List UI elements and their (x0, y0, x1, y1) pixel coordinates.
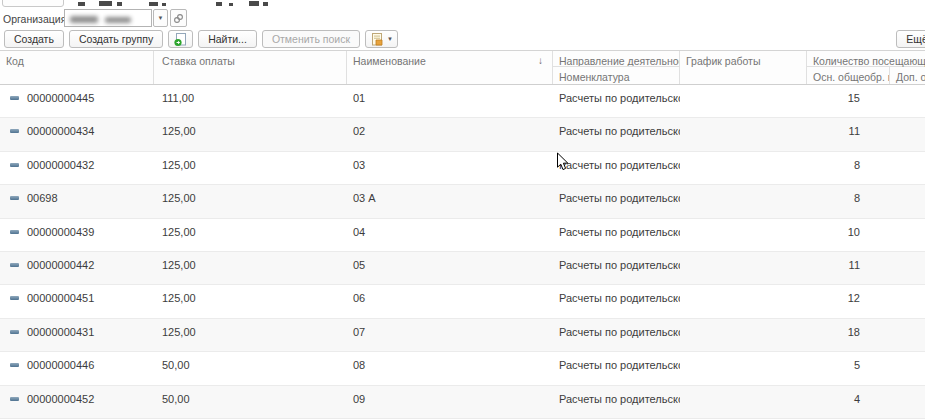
mouse-cursor (556, 152, 569, 172)
cell-code: 00000000452 (0, 386, 154, 418)
item-dash-icon (10, 129, 19, 133)
cell-extra (890, 152, 925, 184)
cell-main: 15 (807, 85, 890, 117)
table-row[interactable]: 00000000451125,0006Расчеты по родительск… (0, 285, 925, 318)
item-dash-icon (10, 96, 19, 100)
cell-schedule (680, 185, 807, 217)
column-header-name[interactable]: Наименование ↓ (347, 51, 553, 84)
column-header-direction[interactable]: Направление деятельности (553, 51, 680, 67)
cell-main: 4 (807, 386, 890, 418)
cell-extra (890, 319, 925, 351)
create-group-button[interactable]: Создать группу (69, 30, 163, 48)
column-header-nomenclature[interactable]: Номенклатура (553, 67, 680, 84)
cell-name: 02 (347, 118, 553, 150)
cell-extra (890, 386, 925, 418)
cell-name: 03 А (347, 185, 553, 217)
table-row[interactable]: 00698125,0003 АРасчеты по родительской п… (0, 185, 925, 218)
table-row[interactable]: 00000000445111,0001Расчеты по родительск… (0, 85, 925, 118)
cell-main: 8 (807, 185, 890, 217)
table-row[interactable]: 00000000434125,0002Расчеты по родительск… (0, 118, 925, 151)
code-text: 00000000439 (27, 226, 94, 238)
cell-main: 11 (807, 118, 890, 150)
cell-extra (890, 352, 925, 384)
column-header-visitors-main[interactable]: Осн. общеобр. п... (807, 67, 890, 84)
cell-direction: Расчеты по родительской плате (553, 219, 680, 251)
organization-open-button[interactable] (170, 9, 187, 27)
code-text: 00000000434 (27, 125, 94, 137)
table-row[interactable]: 0000000045250,0009Расчеты по родительско… (0, 386, 925, 419)
cell-rate: 50,00 (154, 386, 347, 418)
list-toolbar: Создать Создать группу Найти... Отменить… (4, 30, 398, 48)
cell-name: 03 (347, 152, 553, 184)
document-orange-icon (370, 32, 384, 47)
cell-rate: 125,00 (154, 319, 347, 351)
cell-extra (890, 85, 925, 117)
table-row[interactable]: 00000000439125,0004Расчеты по родительск… (0, 219, 925, 252)
find-button[interactable]: Найти... (198, 30, 257, 48)
more-button[interactable]: Ещё (896, 30, 925, 48)
export-list-button[interactable]: ▼ (365, 30, 398, 48)
cell-direction: Расчеты по родительской плате (553, 285, 680, 317)
organization-bar: Организация: ▼ (0, 8, 925, 30)
column-header-visitors-group[interactable]: Количество посещающих групп... (807, 51, 925, 67)
table-row[interactable]: 00000000442125,0005Расчеты по родительск… (0, 252, 925, 285)
code-text: 00000000432 (27, 159, 94, 171)
copy-item-button[interactable] (168, 30, 193, 48)
table-row[interactable]: 0000000044650,0008Расчеты по родительско… (0, 352, 925, 385)
code-text: 00000000442 (27, 259, 94, 271)
cell-main: 10 (807, 219, 890, 251)
item-dash-icon (10, 230, 19, 234)
cell-schedule (680, 285, 807, 317)
cell-code: 00000000451 (0, 285, 154, 317)
item-dash-icon (10, 330, 19, 334)
cell-name: 01 (347, 85, 553, 117)
cell-schedule (680, 118, 807, 150)
cell-schedule (680, 85, 807, 117)
cell-main: 5 (807, 352, 890, 384)
cell-schedule (680, 319, 807, 351)
table-row[interactable]: 00000000431125,0007Расчеты по родительск… (0, 319, 925, 352)
cell-rate: 125,00 (154, 118, 347, 150)
cell-direction: Расчеты по родительской плате (553, 85, 680, 117)
cell-schedule (680, 252, 807, 284)
item-dash-icon (10, 397, 19, 401)
item-dash-icon (10, 163, 19, 167)
column-header-visitors-extra[interactable]: Доп. обр... (890, 67, 925, 84)
item-dash-icon (10, 363, 19, 367)
cell-code: 00000000434 (0, 118, 154, 150)
cell-schedule (680, 386, 807, 418)
cell-main: 8 (807, 152, 890, 184)
cell-extra (890, 285, 925, 317)
column-header-schedule[interactable]: График работы (680, 51, 807, 84)
code-text: 00000000452 (27, 393, 94, 405)
cell-main: 11 (807, 252, 890, 284)
organization-dropdown-button[interactable]: ▼ (153, 9, 168, 27)
code-text: 00000000446 (27, 359, 94, 371)
table-row[interactable]: 00000000432125,0003Расчеты по родительск… (0, 152, 925, 185)
cell-code: 00000000442 (0, 252, 154, 284)
code-text: 00000000451 (27, 292, 94, 304)
clipped-title-control (2, 0, 64, 7)
item-dash-icon (10, 263, 19, 267)
organization-input[interactable] (64, 9, 152, 27)
cell-rate: 125,00 (154, 252, 347, 284)
cell-code: 00000000431 (0, 319, 154, 351)
cell-schedule (680, 219, 807, 251)
cell-code: 00000000439 (0, 219, 154, 251)
cancel-search-button[interactable]: Отменить поиск (262, 30, 360, 48)
cell-direction: Расчеты по родительской плате (553, 118, 680, 150)
cell-direction: Расчеты по родительской плате (553, 352, 680, 384)
column-header-code[interactable]: Код (0, 51, 154, 84)
cell-name: 06 (347, 285, 553, 317)
cell-rate: 125,00 (154, 185, 347, 217)
cell-extra (890, 118, 925, 150)
table-header: Код Ставка оплаты Наименование ↓ Направл… (0, 50, 925, 85)
organization-label: Организация: (3, 13, 69, 25)
create-button[interactable]: Создать (4, 30, 64, 48)
cell-direction: Расчеты по родительской плате (553, 252, 680, 284)
cell-name: 04 (347, 219, 553, 251)
document-green-arrow-icon (173, 32, 188, 47)
cell-schedule (680, 152, 807, 184)
code-text: 00698 (27, 192, 58, 204)
column-header-rate[interactable]: Ставка оплаты (154, 51, 347, 84)
